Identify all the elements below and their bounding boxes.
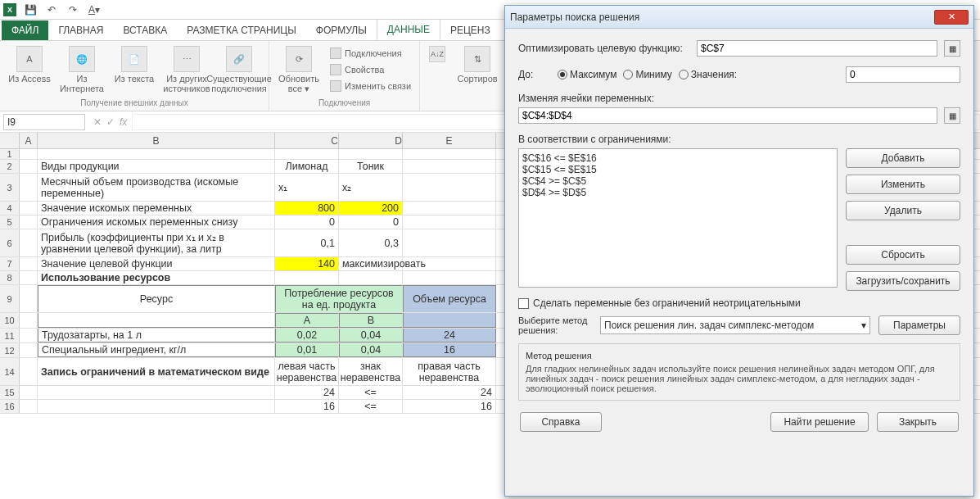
select-all-corner[interactable] <box>0 133 20 148</box>
cell[interactable]: 0,04 <box>339 329 403 342</box>
cell[interactable] <box>20 215 38 229</box>
row-header[interactable]: 16 <box>0 400 20 413</box>
font-color-icon[interactable]: A▾ <box>87 2 102 17</box>
cell[interactable] <box>403 149 496 159</box>
row-header[interactable]: 15 <box>0 386 20 399</box>
constraint-item[interactable]: $C$4 >= $C$5 <box>522 175 833 187</box>
cell[interactable]: Лимонад <box>275 160 339 173</box>
cell[interactable] <box>20 313 38 328</box>
constraint-item[interactable]: $C$16 <= $E$16 <box>522 152 833 164</box>
cell[interactable]: <= <box>339 386 403 399</box>
row-header[interactable]: 1 <box>0 149 20 159</box>
cell[interactable]: правая часть неравенства <box>403 358 496 385</box>
cell[interactable]: x₂ <box>339 174 403 201</box>
tab-insert[interactable]: ВСТАВКА <box>113 20 177 40</box>
col-header-C[interactable]: C <box>275 133 339 148</box>
constraint-item[interactable]: $C$15 <= $E$15 <box>522 164 833 175</box>
cell[interactable] <box>20 386 38 399</box>
tab-layout[interactable]: РАЗМЕТКА СТРАНИЦЫ <box>177 20 306 40</box>
cell[interactable]: Использование ресурсов <box>38 271 275 284</box>
cell[interactable]: x₁ <box>275 174 339 201</box>
cell[interactable] <box>38 149 275 159</box>
cell[interactable]: 16 <box>403 400 496 413</box>
solve-button[interactable]: Найти решение <box>770 412 869 432</box>
properties-button[interactable]: Свойства <box>327 62 414 77</box>
cell[interactable] <box>403 215 496 229</box>
cell[interactable] <box>339 149 403 159</box>
col-header-B[interactable]: B <box>38 133 275 148</box>
cell[interactable] <box>20 174 38 201</box>
cell[interactable]: 0,04 <box>339 343 403 357</box>
redo-icon[interactable]: ↷ <box>65 2 80 17</box>
cell[interactable]: 800 <box>275 202 339 215</box>
cell[interactable]: Виды продукции <box>38 160 275 173</box>
from-access-button[interactable]: AИз Access <box>5 43 54 93</box>
constraint-item[interactable]: $D$4 >= $D$5 <box>522 187 833 198</box>
tab-file[interactable]: ФАЙЛ <box>2 20 48 40</box>
nonneg-checkbox[interactable]: Сделать переменные без ограничений неотр… <box>518 297 960 309</box>
cell[interactable] <box>20 202 38 215</box>
cell[interactable]: знак неравенства <box>339 358 403 385</box>
cell[interactable]: 0,01 <box>275 343 339 357</box>
cell[interactable]: <= <box>339 400 403 413</box>
cell[interactable]: 140 <box>275 257 339 270</box>
cell[interactable]: A <box>275 313 339 328</box>
cell[interactable] <box>403 202 496 215</box>
cell[interactable]: Тоник <box>339 160 403 173</box>
row-header[interactable]: 12 <box>0 343 20 357</box>
tab-home[interactable]: ГЛАВНАЯ <box>48 20 113 40</box>
row-header[interactable]: 3 <box>0 174 20 201</box>
cell[interactable] <box>275 149 339 159</box>
cell[interactable]: 200 <box>339 202 403 215</box>
cell[interactable] <box>20 329 38 342</box>
cell[interactable]: 0,1 <box>275 229 339 256</box>
cell[interactable]: 24 <box>275 386 339 399</box>
row-header[interactable]: 5 <box>0 215 20 229</box>
sort-button[interactable]: ⇅Сортиров <box>453 43 502 84</box>
cell[interactable]: 0 <box>339 215 403 229</box>
cell[interactable]: 0,3 <box>339 229 403 256</box>
undo-icon[interactable]: ↶ <box>44 2 59 17</box>
edit-links-button[interactable]: Изменить связи <box>327 79 414 93</box>
cell[interactable]: Прибыль (коэффициенты при x₁ и x₂ в урав… <box>38 229 275 256</box>
cell[interactable] <box>339 271 403 284</box>
cell[interactable]: Запись ограничений в математическом виде <box>38 358 275 385</box>
radio-max[interactable]: Максимум <box>558 69 616 80</box>
cell[interactable]: 0,02 <box>275 329 339 342</box>
row-header[interactable]: 2 <box>0 160 20 173</box>
cell[interactable] <box>403 257 496 270</box>
from-web-button[interactable]: 🌐Из Интернета <box>57 43 106 93</box>
save-icon[interactable]: 💾 <box>23 2 38 17</box>
cell[interactable] <box>38 386 275 399</box>
existing-connections-button[interactable]: 🔗Существующие подключения <box>215 43 264 93</box>
row-header[interactable]: 4 <box>0 202 20 215</box>
objective-input[interactable] <box>697 40 937 57</box>
tab-formulas[interactable]: ФОРМУЛЫ <box>306 20 377 40</box>
cell[interactable] <box>20 271 38 284</box>
cell[interactable] <box>403 271 496 284</box>
row-header[interactable]: 7 <box>0 257 20 270</box>
cell[interactable] <box>403 313 496 328</box>
cell[interactable] <box>275 271 339 284</box>
row-header[interactable]: 9 <box>0 285 20 312</box>
name-box[interactable]: I9 <box>3 114 85 130</box>
cell[interactable] <box>20 343 38 357</box>
cell[interactable]: Трудозатарты, на 1 л <box>38 329 275 342</box>
cell[interactable]: Ограничения искомых переменных снизу <box>38 215 275 229</box>
radio-value[interactable]: Значения: <box>679 69 737 80</box>
cell[interactable] <box>20 400 38 413</box>
cell[interactable] <box>403 174 496 201</box>
cell[interactable] <box>20 229 38 256</box>
dialog-titlebar[interactable]: Параметры поиска решения ✕ <box>505 6 973 29</box>
row-header[interactable]: 10 <box>0 313 20 328</box>
add-constraint-button[interactable]: Добавить <box>846 148 960 168</box>
cell[interactable] <box>20 257 38 270</box>
row-header[interactable]: 11 <box>0 329 20 342</box>
cell[interactable]: Значение искомых переменных <box>38 202 275 215</box>
col-header-E[interactable]: E <box>403 133 496 148</box>
cell[interactable]: Месячный объем производства (искомые пер… <box>38 174 275 201</box>
cell[interactable]: Специальный ингредиент, кг/л <box>38 343 275 357</box>
reset-button[interactable]: Сбросить <box>846 245 960 265</box>
value-of-input[interactable] <box>846 66 960 83</box>
cancel-icon[interactable]: ✕ <box>93 116 102 128</box>
